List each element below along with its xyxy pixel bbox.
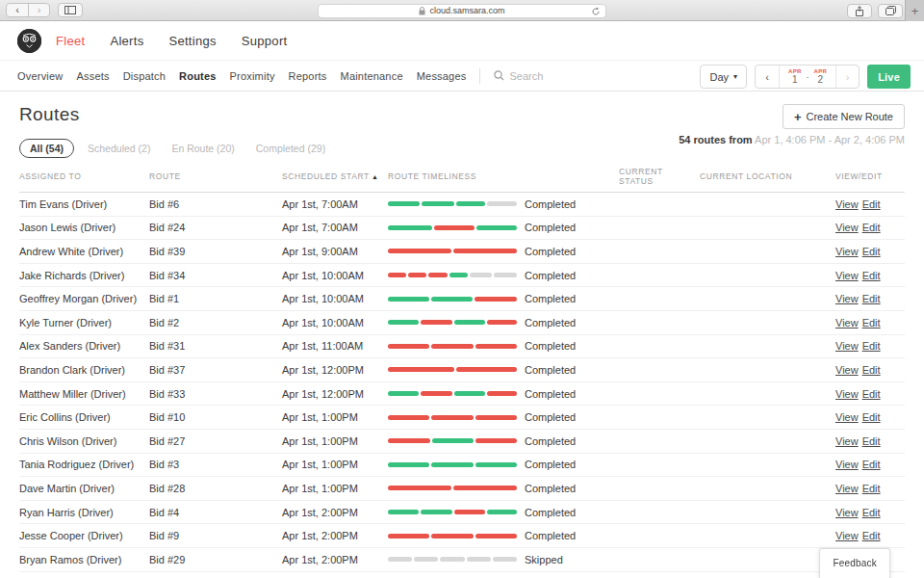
samsara-owl-logo[interactable] (17, 29, 41, 53)
view-link[interactable]: View (835, 364, 859, 376)
share-button[interactable] (847, 4, 872, 18)
live-button[interactable]: Live (867, 65, 911, 89)
back-button[interactable]: ‹ (7, 4, 28, 16)
table-row: Brandon Clark (Driver) Bid #37 Apr 1st, … (19, 358, 905, 382)
edit-link[interactable]: Edit (862, 317, 881, 328)
column-header-scheduled-start[interactable]: SCHEDULED START▲ (282, 171, 388, 181)
status-filter-pill[interactable]: En Route (20) (171, 143, 234, 154)
reload-icon[interactable] (591, 7, 601, 18)
timeliness-segment-on-time (487, 510, 517, 514)
sub-nav-item[interactable]: Routes (179, 70, 216, 82)
view-link[interactable]: View (835, 530, 859, 541)
timeliness-segment-on-time (388, 297, 429, 302)
timeliness-cell: Completed (388, 293, 619, 304)
timeliness-segment-late (388, 249, 451, 253)
status-filter-pill[interactable]: Scheduled (2) (88, 143, 150, 154)
view-link[interactable]: View (835, 222, 859, 233)
padlock-icon (419, 7, 425, 15)
app-nav-item[interactable]: Support (242, 34, 288, 48)
edit-link[interactable]: Edit (862, 364, 881, 376)
app-nav-item[interactable]: Fleet (56, 34, 85, 48)
plus-icon: + (794, 110, 802, 124)
view-link[interactable]: View (835, 340, 859, 352)
edit-link[interactable]: Edit (862, 530, 881, 541)
scheduled-start-cell: Apr 1st, 11:00AM (282, 340, 388, 352)
sub-nav-item[interactable]: Overview (17, 70, 63, 82)
view-link[interactable]: View (835, 435, 859, 447)
edit-link[interactable]: Edit (862, 293, 881, 304)
sidebar-toggle-button[interactable] (58, 3, 83, 17)
tab-overview-button[interactable] (878, 4, 903, 18)
table-row: Kyle Turner (Driver) Bid #2 Apr 1st, 10:… (19, 311, 905, 335)
feedback-button[interactable]: Feedback (819, 548, 890, 578)
column-header-route[interactable]: ROUTE (149, 171, 282, 181)
next-day-button[interactable]: › (835, 66, 859, 88)
row-actions: ViewEdit (835, 317, 905, 328)
view-link[interactable]: View (835, 507, 859, 518)
view-link[interactable]: View (835, 293, 859, 304)
new-tab-button[interactable]: + (905, 0, 924, 21)
create-new-route-button[interactable]: + Create New Route (783, 104, 905, 129)
view-link[interactable]: View (835, 388, 859, 400)
edit-link[interactable]: Edit (862, 340, 881, 352)
view-link[interactable]: View (835, 198, 859, 210)
edit-link[interactable]: Edit (862, 411, 881, 423)
timeliness-bar (388, 415, 517, 420)
column-header-assigned-to[interactable]: ASSIGNED TO (19, 171, 149, 181)
status-filter-pill[interactable]: Completed (29) (256, 143, 325, 154)
status-label: Completed (525, 198, 576, 210)
timeliness-segment-late (431, 344, 474, 349)
timeliness-segment-empty (493, 557, 517, 562)
column-header-route-timeliness[interactable]: ROUTE TIMELINESS (388, 171, 619, 181)
edit-link[interactable]: Edit (862, 198, 881, 210)
edit-link[interactable]: Edit (862, 246, 881, 257)
route-cell: Bid #33 (149, 388, 282, 400)
view-link[interactable]: View (835, 246, 859, 257)
assigned-to-cell: Ryan Harris (Driver) (19, 507, 149, 518)
timeliness-cell: Completed (388, 246, 619, 257)
edit-link[interactable]: Edit (862, 270, 881, 281)
timeliness-bar (388, 367, 517, 372)
table-row: Chris Wilson (Driver) Bid #27 Apr 1st, 1… (19, 430, 905, 454)
sub-nav-item[interactable]: Messages (417, 70, 467, 82)
edit-link[interactable]: Edit (862, 459, 881, 470)
view-link[interactable]: View (835, 317, 859, 328)
edit-link[interactable]: Edit (862, 222, 881, 233)
edit-link[interactable]: Edit (862, 388, 881, 400)
column-header-current-status[interactable]: CURRENT STATUS (619, 167, 700, 186)
view-link[interactable]: View (835, 270, 859, 281)
column-header-current-location[interactable]: CURRENT LOCATION (700, 171, 835, 181)
view-link[interactable]: View (835, 411, 859, 423)
status-label: Completed (525, 364, 576, 376)
sub-nav-item[interactable]: Maintenance (341, 70, 403, 82)
row-actions: ViewEdit (835, 270, 905, 281)
status-label: Completed (525, 293, 576, 304)
sub-nav-item[interactable]: Dispatch (123, 70, 166, 82)
sub-nav-item[interactable]: Reports (289, 70, 327, 82)
sub-nav-item[interactable]: Assets (76, 70, 109, 82)
view-link[interactable]: View (835, 483, 859, 494)
routes-summary-count: 54 routes from (679, 134, 752, 145)
prev-day-button[interactable]: ‹ (756, 66, 779, 88)
edit-link[interactable]: Edit (862, 483, 881, 494)
app-nav-item[interactable]: Settings (168, 34, 216, 48)
search-input[interactable] (509, 70, 596, 82)
timeliness-bar (388, 249, 517, 253)
forward-button[interactable]: › (28, 4, 49, 16)
day-granularity-dropdown[interactable]: Day ▾ (700, 65, 747, 89)
scheduled-start-cell: Apr 1st, 2:00PM (282, 507, 388, 518)
status-filter-pill[interactable]: All (54) (19, 139, 74, 158)
assigned-to-cell: Geoffrey Morgan (Driver) (19, 293, 149, 304)
row-actions: ViewEdit (835, 222, 905, 233)
timeliness-segment-late (421, 320, 452, 325)
table-row: Ryan Harris (Driver) Bid #4 Apr 1st, 2:0… (19, 501, 905, 525)
sub-nav-item[interactable]: Proximity (230, 70, 275, 82)
address-bar[interactable]: cloud.samsara.com (318, 4, 606, 18)
edit-link[interactable]: Edit (862, 507, 881, 518)
date-range-button[interactable]: APR 1 - APR 2 (779, 66, 835, 88)
routes-page: Routes + Create New Route All (54)Schedu… (0, 92, 924, 578)
route-cell: Bid #4 (149, 507, 282, 518)
edit-link[interactable]: Edit (862, 435, 881, 447)
view-link[interactable]: View (835, 459, 859, 470)
app-nav-item[interactable]: Alerts (110, 34, 143, 48)
